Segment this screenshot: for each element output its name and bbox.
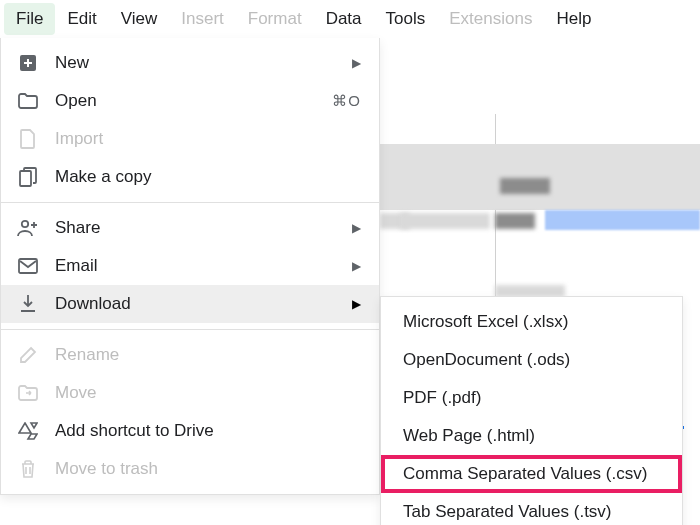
menubar-insert[interactable]: Insert [169, 3, 236, 35]
download-submenu: Microsoft Excel (.xlsx) OpenDocument (.o… [380, 296, 683, 525]
menu-email[interactable]: Email ▶ [1, 247, 379, 285]
menu-open[interactable]: Open ⌘O [1, 82, 379, 120]
submenu-html-label: Web Page (.html) [403, 426, 535, 446]
folder-icon [17, 90, 39, 112]
menu-import[interactable]: Import [1, 120, 379, 158]
submenu-csv-label: Comma Separated Values (.csv) [403, 464, 647, 484]
menu-move[interactable]: Move [1, 374, 379, 412]
menu-new[interactable]: New ▶ [1, 44, 379, 82]
menu-move-label: Move [55, 383, 361, 403]
submenu-html[interactable]: Web Page (.html) [381, 417, 682, 455]
menubar-tools[interactable]: Tools [374, 3, 438, 35]
menu-open-shortcut: ⌘O [332, 92, 361, 110]
submenu-xlsx[interactable]: Microsoft Excel (.xlsx) [381, 303, 682, 341]
menu-share-label: Share [55, 218, 352, 238]
menu-open-label: Open [55, 91, 332, 111]
drive-shortcut-icon [17, 420, 39, 442]
pencil-icon [17, 344, 39, 366]
menu-add-shortcut[interactable]: Add shortcut to Drive [1, 412, 379, 450]
envelope-icon [17, 255, 39, 277]
file-menu: New ▶ Open ⌘O Import Make a copy Share ▶… [0, 38, 380, 495]
menubar-view[interactable]: View [109, 3, 170, 35]
submenu-tsv[interactable]: Tab Separated Values (.tsv) [381, 493, 682, 525]
menu-separator [1, 202, 379, 203]
copy-icon [17, 166, 39, 188]
submenu-pdf[interactable]: PDF (.pdf) [381, 379, 682, 417]
menu-make-copy[interactable]: Make a copy [1, 158, 379, 196]
plus-box-icon [17, 52, 39, 74]
chevron-right-icon: ▶ [352, 56, 361, 70]
chevron-right-icon: ▶ [352, 297, 361, 311]
menu-add-shortcut-label: Add shortcut to Drive [55, 421, 361, 441]
menubar: File Edit View Insert Format Data Tools … [0, 0, 700, 38]
menubar-help[interactable]: Help [544, 3, 603, 35]
menu-import-label: Import [55, 129, 361, 149]
submenu-ods-label: OpenDocument (.ods) [403, 350, 570, 370]
menu-trash[interactable]: Move to trash [1, 450, 379, 488]
menubar-data[interactable]: Data [314, 3, 374, 35]
menu-new-label: New [55, 53, 352, 73]
chevron-right-icon: ▶ [352, 259, 361, 273]
submenu-xlsx-label: Microsoft Excel (.xlsx) [403, 312, 568, 332]
submenu-ods[interactable]: OpenDocument (.ods) [381, 341, 682, 379]
download-icon [17, 293, 39, 315]
trash-icon [17, 458, 39, 480]
menu-rename-label: Rename [55, 345, 361, 365]
menu-make-copy-label: Make a copy [55, 167, 361, 187]
menu-rename[interactable]: Rename [1, 336, 379, 374]
menu-share[interactable]: Share ▶ [1, 209, 379, 247]
menu-trash-label: Move to trash [55, 459, 361, 479]
person-plus-icon [17, 217, 39, 239]
chevron-right-icon: ▶ [352, 221, 361, 235]
menu-email-label: Email [55, 256, 352, 276]
svg-rect-1 [20, 171, 31, 186]
menubar-extensions[interactable]: Extensions [437, 3, 544, 35]
menu-download[interactable]: Download ▶ [1, 285, 379, 323]
menubar-format[interactable]: Format [236, 3, 314, 35]
submenu-pdf-label: PDF (.pdf) [403, 388, 481, 408]
menubar-edit[interactable]: Edit [55, 3, 108, 35]
menu-separator [1, 329, 379, 330]
svg-point-2 [22, 221, 28, 227]
submenu-tsv-label: Tab Separated Values (.tsv) [403, 502, 612, 522]
menu-download-label: Download [55, 294, 352, 314]
submenu-csv[interactable]: Comma Separated Values (.csv) [381, 455, 682, 493]
folder-move-icon [17, 382, 39, 404]
file-icon [17, 128, 39, 150]
menubar-file[interactable]: File [4, 3, 55, 35]
